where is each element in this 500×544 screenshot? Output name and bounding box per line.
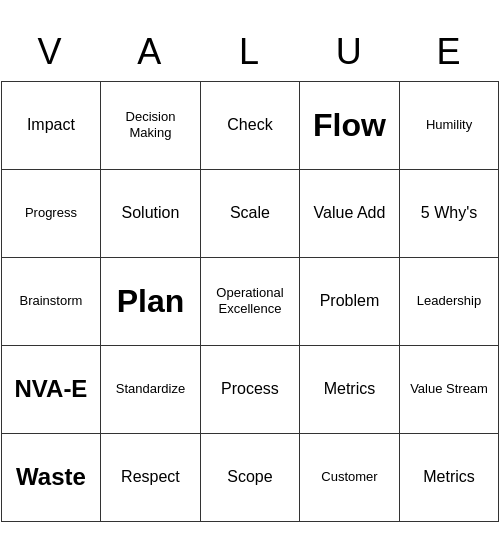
cell-text-r2-c1: Plan xyxy=(105,282,196,320)
cell-r1-c1: Solution xyxy=(101,169,201,257)
cell-text-r2-c3: Problem xyxy=(304,291,395,310)
cell-text-r1-c0: Progress xyxy=(6,205,97,221)
cell-r4-c2: Scope xyxy=(200,433,300,521)
cell-text-r4-c2: Scope xyxy=(205,467,296,486)
cell-r1-c3: Value Add xyxy=(300,169,400,257)
cell-r2-c3: Problem xyxy=(300,257,400,345)
cell-text-r0-c0: Impact xyxy=(6,115,97,134)
header-letter-a: A xyxy=(100,23,200,81)
header-row: VALUE xyxy=(1,23,500,81)
cell-r3-c4: Value Stream xyxy=(399,345,499,433)
cell-r4-c0: Waste xyxy=(1,433,101,521)
cell-r2-c0: Brainstorm xyxy=(1,257,101,345)
cell-text-r0-c1: Decision Making xyxy=(105,109,196,140)
header-letter-e: E xyxy=(400,23,500,81)
cell-r3-c3: Metrics xyxy=(300,345,400,433)
cell-text-r4-c3: Customer xyxy=(304,469,395,485)
cell-text-r2-c4: Leadership xyxy=(404,293,495,309)
cell-r3-c1: Standardize xyxy=(101,345,201,433)
cell-text-r3-c1: Standardize xyxy=(105,381,196,397)
cell-r1-c2: Scale xyxy=(200,169,300,257)
cell-text-r0-c4: Humility xyxy=(404,117,495,133)
cell-r2-c4: Leadership xyxy=(399,257,499,345)
cell-text-r3-c0: NVA-E xyxy=(6,375,97,404)
cell-r3-c2: Process xyxy=(200,345,300,433)
cell-r0-c4: Humility xyxy=(399,81,499,169)
cell-r4-c4: Metrics xyxy=(399,433,499,521)
cell-r0-c2: Check xyxy=(200,81,300,169)
cell-r0-c0: Impact xyxy=(1,81,101,169)
cell-r3-c0: NVA-E xyxy=(1,345,101,433)
cell-text-r4-c4: Metrics xyxy=(404,467,495,486)
cell-text-r2-c0: Brainstorm xyxy=(6,293,97,309)
cell-text-r0-c3: Flow xyxy=(304,106,395,144)
cell-text-r1-c4: 5 Why's xyxy=(404,203,495,222)
cell-r0-c3: Flow xyxy=(300,81,400,169)
cell-text-r4-c1: Respect xyxy=(105,467,196,486)
header-letter-l: L xyxy=(200,23,300,81)
cell-text-r1-c2: Scale xyxy=(205,203,296,222)
cell-r4-c1: Respect xyxy=(101,433,201,521)
cell-r4-c3: Customer xyxy=(300,433,400,521)
cell-r2-c2: Operational Excellence xyxy=(200,257,300,345)
cell-text-r3-c3: Metrics xyxy=(304,379,395,398)
cell-text-r1-c1: Solution xyxy=(105,203,196,222)
header-letter-u: U xyxy=(300,23,400,81)
header-letter-v: V xyxy=(1,23,101,81)
cell-text-r1-c3: Value Add xyxy=(304,203,395,222)
cell-text-r0-c2: Check xyxy=(205,115,296,134)
cell-r0-c1: Decision Making xyxy=(101,81,201,169)
cell-text-r2-c2: Operational Excellence xyxy=(205,285,296,316)
cell-text-r4-c0: Waste xyxy=(6,463,97,492)
bingo-grid: ImpactDecision MakingCheckFlowHumilityPr… xyxy=(1,81,500,522)
cell-r1-c0: Progress xyxy=(1,169,101,257)
cell-r2-c1: Plan xyxy=(101,257,201,345)
cell-text-r3-c4: Value Stream xyxy=(404,381,495,397)
cell-text-r3-c2: Process xyxy=(205,379,296,398)
cell-r1-c4: 5 Why's xyxy=(399,169,499,257)
